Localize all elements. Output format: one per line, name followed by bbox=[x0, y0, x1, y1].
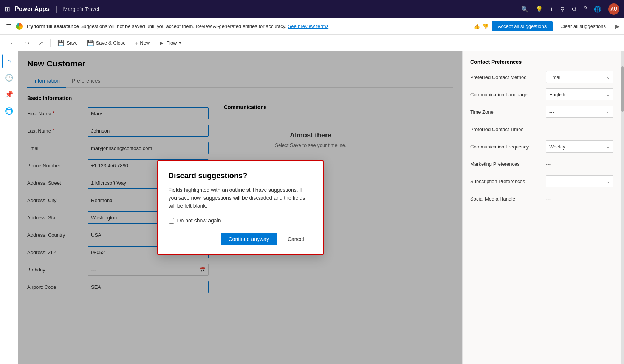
pref-timezone-select[interactable]: --- ⌄ bbox=[546, 106, 613, 118]
dialog-checkbox-label: Do not show again bbox=[177, 217, 221, 224]
banner-text: Try form fill assistance Suggestions wil… bbox=[26, 23, 471, 29]
pref-contact-times-label: Preferred Contact Times bbox=[470, 126, 546, 132]
pref-language-row: Communication Language English ⌄ bbox=[470, 88, 613, 100]
flow-label: Flow bbox=[166, 40, 177, 46]
sidebar-globe-icon[interactable]: 🌐 bbox=[2, 104, 16, 118]
new-label: New bbox=[140, 40, 150, 46]
main-layout: ⌂ 🕐 📌 🌐 New Customer Information Prefere… bbox=[0, 51, 624, 364]
contact-prefs-title: Contact Preferences bbox=[470, 59, 613, 65]
right-sidebar: Contact Preferences Preferred Contact Me… bbox=[462, 51, 621, 364]
pref-marketing-value: --- bbox=[546, 161, 613, 167]
pref-contact-method-row: Preferred Contact Method Email ⌄ bbox=[470, 71, 613, 83]
sidebar-recent-icon[interactable]: 🕐 bbox=[2, 71, 16, 85]
plus-icon[interactable]: + bbox=[550, 6, 553, 12]
lightbulb-icon[interactable]: 💡 bbox=[536, 6, 543, 13]
sidebar-pin-icon[interactable]: 📌 bbox=[2, 88, 16, 101]
pref-subscription-label: Subscription Preferences bbox=[470, 179, 546, 184]
scrollbar-thumb[interactable] bbox=[621, 66, 624, 112]
pref-comm-freq-select[interactable]: Weekly ⌄ bbox=[546, 140, 613, 153]
pref-comm-freq-label: Communication Frequency bbox=[470, 144, 546, 150]
save-close-button[interactable]: 💾 Save & Close bbox=[83, 38, 130, 48]
scrollbar[interactable] bbox=[621, 51, 624, 364]
pref-timezone-value: --- bbox=[549, 109, 554, 115]
back-button[interactable]: ← bbox=[6, 38, 19, 48]
thumbs-up-icon[interactable]: 👍 bbox=[474, 23, 480, 29]
app-grid-icon[interactable]: ⊞ bbox=[5, 5, 10, 13]
app-title: Margie's Travel bbox=[63, 6, 99, 12]
cancel-button[interactable]: Cancel bbox=[280, 233, 312, 245]
pref-comm-freq-value: Weekly bbox=[549, 144, 565, 150]
flow-button[interactable]: ► Flow ▾ bbox=[155, 38, 185, 48]
accept-all-button[interactable]: Accept all suggestions bbox=[492, 21, 553, 31]
pref-marketing-label: Marketing Preferences bbox=[470, 161, 546, 167]
preview-link[interactable]: See preview terms bbox=[288, 23, 328, 29]
pref-social-label: Social Media Handle bbox=[470, 196, 546, 202]
pref-contact-times-row: Preferred Contact Times --- bbox=[470, 123, 613, 135]
new-button[interactable]: + New bbox=[131, 38, 153, 48]
pref-contact-method-select[interactable]: Email ⌄ bbox=[546, 71, 613, 83]
top-navigation: ⊞ Power Apps | Margie's Travel 🔍 💡 + ⚲ ⚙… bbox=[0, 0, 624, 18]
content-area: New Customer Information Preferences Bas… bbox=[18, 51, 462, 364]
globe-icon[interactable]: 🌐 bbox=[594, 6, 601, 13]
pref-contact-method-label: Preferred Contact Method bbox=[470, 74, 546, 80]
microsoft-logo bbox=[16, 23, 23, 30]
new-icon: + bbox=[135, 40, 138, 46]
forward-button[interactable]: ↪ bbox=[21, 38, 33, 48]
save-icon: 💾 bbox=[57, 40, 65, 46]
pref-language-value: English bbox=[549, 92, 565, 97]
save-close-icon: 💾 bbox=[87, 40, 94, 46]
filter-icon[interactable]: ⚲ bbox=[560, 6, 565, 13]
forward-icon: ↪ bbox=[25, 40, 29, 46]
discard-dialog: Discard suggestions? Fields highlighted … bbox=[157, 160, 324, 255]
pref-language-select[interactable]: English ⌄ bbox=[546, 88, 613, 100]
comm-freq-chevron-icon: ⌄ bbox=[606, 144, 610, 149]
pref-subscription-value: --- bbox=[549, 179, 554, 184]
feedback-icons: 👍 👎 bbox=[474, 23, 489, 29]
pref-timezone-row: Time Zone --- ⌄ bbox=[470, 106, 613, 118]
flow-icon: ► bbox=[159, 40, 164, 46]
pref-contact-times-value: --- bbox=[546, 126, 613, 132]
back-icon: ← bbox=[10, 40, 15, 46]
avatar[interactable]: AU bbox=[608, 3, 619, 15]
pref-subscription-select[interactable]: --- ⌄ bbox=[546, 175, 613, 187]
pref-social-value: --- bbox=[546, 196, 613, 202]
pref-comm-freq-row: Communication Frequency Weekly ⌄ bbox=[470, 140, 613, 153]
ai-banner: ☰ Try form fill assistance Suggestions w… bbox=[0, 18, 624, 35]
pref-timezone-label: Time Zone bbox=[470, 109, 546, 115]
dialog-title: Discard suggestions? bbox=[169, 171, 312, 180]
nav-right-icons: 🔍 💡 + ⚲ ⚙ ? 🌐 AU bbox=[521, 3, 619, 15]
share-button[interactable]: ↗ bbox=[35, 38, 47, 48]
clear-all-button[interactable]: Clear all suggestions bbox=[556, 21, 610, 31]
pref-subscription-row: Subscription Preferences --- ⌄ bbox=[470, 175, 613, 187]
language-chevron-icon: ⌄ bbox=[606, 92, 610, 97]
pref-language-label: Communication Language bbox=[470, 92, 546, 97]
hamburger-icon[interactable]: ☰ bbox=[6, 23, 11, 30]
continue-anyway-button[interactable]: Continue anyway bbox=[221, 233, 277, 245]
help-icon[interactable]: ? bbox=[584, 6, 587, 12]
dialog-checkbox-row: Do not show again bbox=[169, 217, 312, 224]
banner-message: Suggestions will not be saved until you … bbox=[81, 23, 288, 29]
save-button[interactable]: 💾 Save bbox=[54, 38, 82, 48]
subscription-chevron-icon: ⌄ bbox=[606, 179, 610, 184]
left-sidebar: ⌂ 🕐 📌 🌐 bbox=[0, 51, 18, 364]
thumbs-down-icon[interactable]: 👎 bbox=[482, 23, 489, 29]
flow-chevron-icon: ▾ bbox=[179, 40, 181, 46]
contact-method-chevron-icon: ⌄ bbox=[606, 74, 610, 80]
toolbar: ← ↪ ↗ 💾 Save 💾 Save & Close + New ► Flow… bbox=[0, 35, 624, 51]
pref-contact-method-value: Email bbox=[549, 74, 562, 80]
dialog-body: Fields highlighted with an outline still… bbox=[169, 186, 312, 210]
sidebar-home-icon[interactable]: ⌂ bbox=[2, 54, 16, 68]
search-icon[interactable]: 🔍 bbox=[521, 6, 529, 13]
toolbar-divider bbox=[50, 39, 51, 47]
save-close-label: Save & Close bbox=[96, 40, 126, 46]
pref-marketing-row: Marketing Preferences --- bbox=[470, 158, 613, 170]
sidebar-toggle-icon[interactable]: ▶ bbox=[615, 23, 619, 30]
timezone-chevron-icon: ⌄ bbox=[606, 109, 610, 114]
dialog-buttons: Continue anyway Cancel bbox=[169, 233, 312, 245]
do-not-show-checkbox[interactable] bbox=[169, 218, 174, 224]
save-label: Save bbox=[67, 40, 78, 46]
banner-bold: Try form fill assistance bbox=[26, 23, 79, 29]
nav-separator: | bbox=[56, 5, 57, 13]
share-icon: ↗ bbox=[39, 40, 43, 46]
settings-icon[interactable]: ⚙ bbox=[571, 6, 577, 13]
